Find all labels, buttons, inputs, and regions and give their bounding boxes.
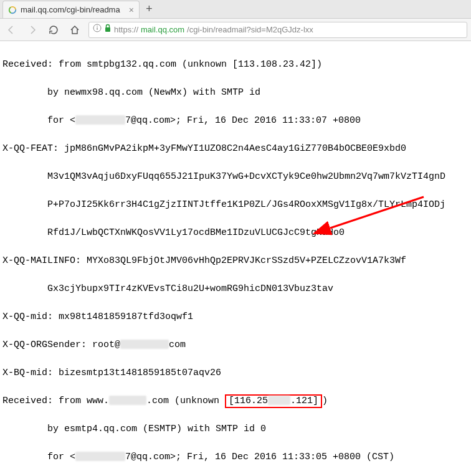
xqq-mid: X-QQ-mid: mx98t1481859187tfd3oqwf1: [2, 310, 469, 325]
redacted-block: [75, 452, 125, 461]
lock-icon: [104, 24, 112, 36]
tab-title: mail.qq.com/cgi-bin/readma: [21, 4, 125, 16]
received-1-line2: by newmx98.qq.com (NewMx) with SMTP id: [2, 86, 469, 100]
xqq-feat-l3: P+P7oJI25Kk6rr3H4C1gZjzIINTJtffe1K1P0ZL/…: [2, 198, 469, 212]
home-button[interactable]: [67, 22, 82, 37]
url-path: /cgi-bin/readmail?sid=M2qGJdz-lxx: [187, 24, 313, 36]
received-2-line3: for <7@qq.com>; Fri, 16 Dec 2016 11:33:0…: [2, 450, 469, 465]
xqq-feat-l4: Rfd1J/LwbQCTXnWKQosVV1Ly17ocdBMe1IDzuVLU…: [2, 226, 469, 240]
url-host: mail.qq.com: [141, 24, 184, 36]
xbq-mid: X-BQ-mid: bizesmtp13t1481859185t07aqv26: [2, 366, 469, 381]
received-1-line3: for <7@qq.com>; Fri, 16 Dec 2016 11:33:0…: [2, 114, 469, 128]
highlighted-ip-box: [116.25.121]: [225, 394, 322, 408]
redacted-block: [120, 340, 169, 349]
info-icon[interactable]: [93, 24, 102, 36]
back-button[interactable]: [4, 22, 19, 37]
new-tab-button[interactable]: +: [140, 1, 159, 18]
close-tab-icon[interactable]: ×: [129, 6, 134, 14]
address-bar[interactable]: https://mail.qq.com/cgi-bin/readmail?sid…: [88, 22, 467, 38]
xqq-feat-l2: M3v1QM3vAqju6DxyFUqq655J21IpuK37YwG+DcvX…: [2, 170, 469, 184]
xqq-mailinfo-l2: Gx3cjYbupx9TIr4zKVEvsTCi8u2U+womRG9hicDN…: [2, 282, 469, 297]
received-1-line1: Received: from smtpbg132.qq.com (unknown…: [2, 58, 469, 72]
browser-toolbar: https://mail.qq.com/cgi-bin/readmail?sid…: [0, 19, 471, 41]
svg-rect-5: [97, 27, 97, 30]
xqq-mailinfo-l1: X-QQ-MAILINFO: MYXo83QL9FbjOtJMV06vHhQp2…: [2, 254, 469, 269]
xqq-feat-l1: X-QQ-FEAT: jpM86nGMvPA2ikpM+3yFMwYI1UZO8…: [2, 142, 469, 156]
received-2-line1: Received: from www..com (unknown [116.25…: [2, 394, 469, 409]
redacted-block: [75, 115, 125, 125]
redacted-block: [268, 396, 290, 405]
xqq-orgsender: X-QQ-ORGSender: root@com: [2, 338, 469, 353]
browser-tab[interactable]: mail.qq.com/cgi-bin/readma ×: [2, 1, 140, 18]
email-headers-content: Received: from smtpbg132.qq.com (unknown…: [0, 41, 471, 476]
url-protocol: https://: [114, 24, 138, 36]
forward-button[interactable]: [25, 22, 40, 37]
qq-favicon-icon: [8, 6, 17, 14]
reload-button[interactable]: [46, 22, 61, 37]
svg-point-4: [97, 26, 98, 27]
svg-rect-6: [105, 27, 110, 32]
redacted-block: [109, 396, 146, 405]
tab-bar: mail.qq.com/cgi-bin/readma × +: [0, 0, 471, 19]
received-2-line2: by esmtp4.qq.com (ESMTP) with SMTP id 0: [2, 422, 469, 437]
